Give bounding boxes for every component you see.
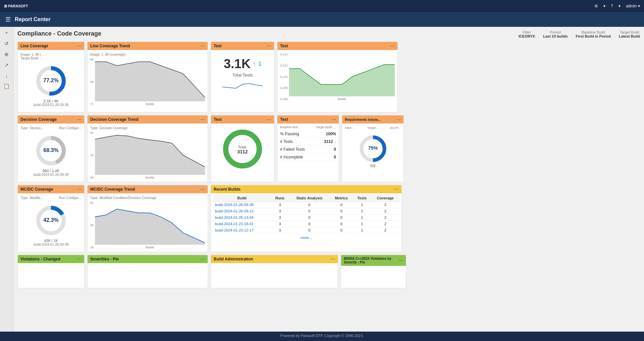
decision-trend-y-axis: 927660 bbox=[90, 131, 94, 179]
decision-subtext1: Type: Decisio... bbox=[20, 126, 43, 130]
sidebar-report-icon[interactable]: 📋 bbox=[3, 83, 10, 89]
widget-misra-violations: MISRA C++202X Violations by Severity - P… bbox=[341, 255, 406, 288]
test-detail-tests: # Tests 3112 ↑ bbox=[280, 138, 336, 146]
widget-line-coverage-body: Image: 1: All (... Target Build: ... 77.… bbox=[18, 50, 84, 112]
test-up-arrow: ↑ bbox=[253, 60, 256, 68]
widget-test-big-body: 3.1K ↑ 1 Total Tests bbox=[211, 50, 274, 96]
settings-icon[interactable]: ⚙ bbox=[594, 4, 598, 8]
widget-decision-coverage-trend-body: Type: Decision Coverage 927660 Builds bbox=[88, 124, 208, 182]
header-bar: ☰ Report Center bbox=[0, 12, 644, 27]
widget-test-big-menu[interactable]: ··· bbox=[267, 44, 271, 48]
line-trend-x-label: Builds bbox=[95, 102, 205, 106]
table-row: build-2024-01-26-09-38 3 0 0 1 2 bbox=[213, 202, 399, 208]
widget-violations-changed-title: Violations - Changed bbox=[20, 257, 60, 261]
failed-label: # Failed Tests bbox=[280, 147, 305, 152]
widget-mcdc-trend-title: MC/DC Coverage Trend bbox=[90, 187, 135, 192]
tests-value: 3112 ↑ bbox=[324, 139, 336, 144]
col-build: Build bbox=[213, 195, 271, 202]
user-menu[interactable]: admin ▾ bbox=[626, 4, 640, 8]
widget-test-donut-body: Total: 3112 bbox=[211, 124, 274, 175]
sidebar-add-icon[interactable]: ＋ bbox=[4, 30, 9, 36]
widget-test-detail-header: Test ··· bbox=[277, 115, 339, 124]
mcdc-subtext2: Run Configur... bbox=[59, 196, 82, 200]
more-builds-link[interactable]: more... bbox=[213, 234, 399, 242]
static-value: 0 bbox=[289, 227, 330, 234]
svg-text:77.2%: 77.2% bbox=[43, 78, 58, 83]
widget-test-trend-menu[interactable]: ··· bbox=[390, 44, 395, 48]
line-coverage-fraction: 3.1K / 4K bbox=[43, 99, 58, 103]
widget-mcdc-trend-menu[interactable]: ··· bbox=[201, 187, 205, 192]
build-link[interactable]: build-2024-01-26-09-12 bbox=[213, 208, 271, 214]
filter-value: ICEORYX bbox=[519, 34, 535, 38]
sidebar-add2-icon[interactable]: ⊕ bbox=[4, 51, 9, 57]
help-icon[interactable]: ? bbox=[611, 4, 613, 8]
widget-mcdc-coverage-menu[interactable]: ··· bbox=[77, 187, 82, 192]
test-detail-incomplete: # Incomplete 0 bbox=[280, 153, 336, 161]
test-donut-container: Total: 3112 bbox=[214, 126, 271, 172]
widget-misra-violations-menu[interactable]: ··· bbox=[399, 258, 403, 263]
hamburger-menu[interactable]: ☰ bbox=[5, 16, 11, 23]
widget-test-detail-menu[interactable]: ··· bbox=[332, 117, 336, 122]
widget-severities-pie-menu[interactable]: ··· bbox=[201, 257, 205, 261]
widget-decision-coverage-trend-header: Decision Coverage Trend ··· bbox=[88, 115, 208, 124]
widget-build-administration-menu[interactable]: ··· bbox=[331, 257, 335, 261]
passing-label: % Passing bbox=[280, 132, 299, 136]
widget-test-detail: Test ··· Baseline Buil... Target Build: … bbox=[277, 115, 339, 182]
mcdc-subtext1: Type: Modifie... bbox=[20, 196, 43, 200]
requirements-donut: 75% 6/8 bbox=[345, 131, 401, 170]
header-title: Report Center bbox=[15, 16, 51, 22]
static-value: 0 bbox=[289, 202, 330, 208]
runs-value: 3 bbox=[271, 214, 289, 221]
coverage-value: 2 bbox=[371, 208, 399, 214]
static-value: 0 bbox=[289, 221, 330, 227]
widget-requirements-menu[interactable]: ··· bbox=[396, 117, 401, 122]
widget-mcdc-coverage-body: Type: Modifie... Run Configur... 42.3% 4… bbox=[18, 193, 84, 252]
widget-mcdc-trend-body: Type: Modified Condition/Decision Covera… bbox=[88, 193, 208, 252]
widget-violations-changed-menu[interactable]: ··· bbox=[77, 257, 82, 261]
widget-violations-changed: Violations - Changed ··· bbox=[17, 255, 85, 288]
widget-decision-coverage-menu[interactable]: ··· bbox=[77, 117, 82, 122]
widget-line-coverage-menu[interactable]: ··· bbox=[77, 44, 82, 48]
build-link[interactable]: build-2024-01-26-09-38 bbox=[213, 202, 271, 208]
mcdc-trend-subtext: Type: Modified Condition/Decision Covera… bbox=[90, 196, 205, 200]
widget-decision-coverage-header: Decision Coverage ··· bbox=[18, 115, 84, 124]
page-title: Compliance - Code Coverage bbox=[17, 30, 101, 37]
top-bar: ⊞ PARASOFT ⚙ ▾ ? ▾ admin ▾ bbox=[0, 0, 644, 12]
svg-marker-4 bbox=[289, 64, 395, 96]
widget-recent-builds-menu[interactable]: ··· bbox=[394, 187, 399, 192]
tests-label: # Tests bbox=[280, 139, 293, 144]
widget-decision-coverage-title: Decision Coverage bbox=[20, 117, 57, 122]
help-dropdown-icon[interactable]: ▾ bbox=[619, 4, 621, 8]
tests-value: 1 bbox=[353, 221, 371, 227]
page-header: Compliance - Code Coverage Filter ICEORY… bbox=[17, 30, 640, 38]
decision-fraction: 960 / 1.4K bbox=[43, 169, 59, 173]
mcdc-fraction: 438 / 1K bbox=[44, 239, 58, 243]
sidebar-refresh-icon[interactable]: ↺ bbox=[4, 41, 9, 47]
sidebar-download-icon[interactable]: ↓ bbox=[5, 73, 8, 79]
build-link[interactable]: build-2024-01-23-12-17 bbox=[213, 227, 271, 234]
test-trend-y-axis: 3,1143,1123,1103,1083,106 bbox=[280, 53, 288, 101]
widget-line-coverage-trend-body: Image: 1: All (coverage) 958371 Builds bbox=[88, 50, 208, 108]
line-coverage-donut: 77.2% 3.1K / 4K build-2024-01-26-09-38 bbox=[20, 61, 82, 109]
coverage-value: 2 bbox=[371, 202, 399, 208]
col-tests: Tests bbox=[353, 195, 371, 202]
widget-test-donut-menu[interactable]: ··· bbox=[267, 117, 271, 122]
widget-line-coverage-trend-menu[interactable]: ··· bbox=[201, 44, 205, 48]
content-area: Compliance - Code Coverage Filter ICEORY… bbox=[13, 27, 644, 332]
widget-decision-coverage-trend-menu[interactable]: ··· bbox=[201, 117, 205, 122]
settings-dropdown-icon[interactable]: ▾ bbox=[603, 4, 605, 8]
widget-line-coverage-trend: Line Coverage Trend ··· Image: 1: All (c… bbox=[87, 42, 208, 112]
widget-test-big: Test ··· 3.1K ↑ 1 Total Tests bbox=[211, 42, 274, 112]
sidebar-share-icon[interactable]: ↗ bbox=[4, 62, 9, 68]
metrics-value: 0 bbox=[330, 202, 353, 208]
test-trend-x-label: Builds bbox=[289, 97, 395, 101]
build-link[interactable]: build-2024-01-25-13-04 bbox=[213, 214, 271, 221]
widget-line-coverage: Line Coverage ··· Image: 1: All (... Tar… bbox=[17, 42, 85, 112]
mcdc-coverage-donut: 42.3% 438 / 1K build-2024-01-26-09-38 bbox=[20, 201, 82, 249]
widget-test-big-header: Test ··· bbox=[211, 42, 274, 50]
widget-mcdc-trend-header: MC/DC Coverage Trend ··· bbox=[88, 185, 208, 193]
widget-line-coverage-trend-header: Line Coverage Trend ··· bbox=[88, 42, 208, 50]
widget-build-administration-title: Build Administration bbox=[214, 257, 253, 261]
build-link[interactable]: build-2024-01-23-18-01 bbox=[213, 221, 271, 227]
runs-value: 3 bbox=[271, 227, 289, 234]
